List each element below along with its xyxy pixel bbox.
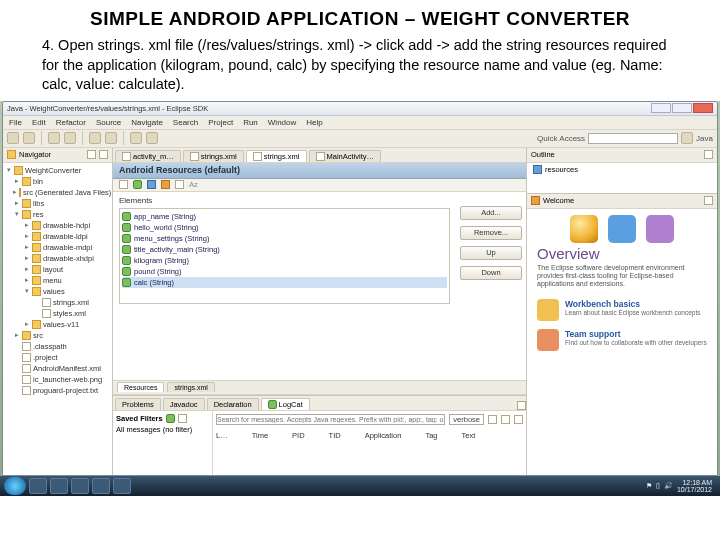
browser-icon[interactable] xyxy=(50,478,68,494)
eclipse-taskbar-icon[interactable] xyxy=(71,478,89,494)
element-item[interactable]: pound (String) xyxy=(122,266,447,277)
element-item[interactable]: title_activity_main (String) xyxy=(122,244,447,255)
tree-item[interactable]: ▸values-v11 xyxy=(5,319,110,330)
minimize-button[interactable] xyxy=(651,103,671,113)
menu-run[interactable]: Run xyxy=(243,118,258,127)
dimen-icon[interactable] xyxy=(161,180,170,189)
class-icon[interactable] xyxy=(105,132,117,144)
java-perspective-icon[interactable] xyxy=(681,132,693,144)
tree-item[interactable]: ▸libs xyxy=(5,198,110,209)
debug-icon[interactable] xyxy=(48,132,60,144)
menu-source[interactable]: Source xyxy=(96,118,121,127)
tutorials-icon[interactable] xyxy=(608,215,636,243)
logcat-tab[interactable]: LogCat xyxy=(261,398,310,410)
outline-tab[interactable]: Outline xyxy=(527,148,717,163)
scroll-lock-icon[interactable] xyxy=(501,415,510,424)
tree-item[interactable]: ▸drawable-ldpi xyxy=(5,231,110,242)
explorer-icon[interactable] xyxy=(29,478,47,494)
source-tab[interactable]: strings.xml xyxy=(167,382,214,392)
tree-item[interactable]: proguard-project.txt xyxy=(5,385,110,396)
tree-item[interactable]: ▸layout xyxy=(5,264,110,275)
editor-tab-1[interactable]: strings.xml xyxy=(183,150,244,162)
search-icon[interactable] xyxy=(130,132,142,144)
tree-item[interactable]: strings.xml xyxy=(5,297,110,308)
menu-navigate[interactable]: Navigate xyxy=(131,118,163,127)
tree-item[interactable]: ▾res xyxy=(5,209,110,220)
start-button[interactable] xyxy=(4,477,26,495)
menu-search[interactable]: Search xyxy=(173,118,198,127)
quick-access-input[interactable] xyxy=(588,133,678,144)
verbose-dropdown[interactable]: verbose xyxy=(449,414,484,425)
tree-item[interactable]: ▾values xyxy=(5,286,110,297)
menu-file[interactable]: File xyxy=(9,118,22,127)
element-item[interactable]: calc (String) xyxy=(122,277,447,288)
tree-item[interactable]: styles.xml xyxy=(5,308,110,319)
element-item[interactable]: menu_settings (String) xyxy=(122,233,447,244)
link-icon[interactable] xyxy=(87,150,96,159)
app2-icon[interactable] xyxy=(113,478,131,494)
remove-filter-icon[interactable] xyxy=(178,414,187,423)
tree-item[interactable]: ▸drawable-mdpi xyxy=(5,242,110,253)
javadoc-tab[interactable]: Javadoc xyxy=(163,398,205,410)
overview-icon[interactable] xyxy=(570,215,598,243)
tray-flag-icon[interactable]: ⚑ xyxy=(646,482,652,490)
tree-item[interactable]: .project xyxy=(5,352,110,363)
outline-menu-icon[interactable] xyxy=(704,150,713,159)
color-icon[interactable] xyxy=(147,180,156,189)
close-button[interactable] xyxy=(693,103,713,113)
logcat-search-input[interactable] xyxy=(216,414,445,425)
menu-window[interactable]: Window xyxy=(268,118,296,127)
menu-refactor[interactable]: Refactor xyxy=(56,118,86,127)
save-icon[interactable] xyxy=(23,132,35,144)
save-log-icon[interactable] xyxy=(488,415,497,424)
tree-item[interactable]: ▸drawable-hdpi xyxy=(5,220,110,231)
navigator-tree[interactable]: ▾WeightConverter▸bin▸src (Generated Java… xyxy=(3,163,112,475)
up-button[interactable]: Up xyxy=(460,246,522,260)
tree-item[interactable]: ▸src (Generated Java Files) xyxy=(5,187,110,198)
navigator-tab[interactable]: Navigator xyxy=(3,148,112,163)
declaration-tab[interactable]: Declaration xyxy=(207,398,259,410)
open-type-icon[interactable] xyxy=(146,132,158,144)
elements-list[interactable]: app_name (String)hello_world (String)men… xyxy=(119,208,450,304)
element-item[interactable]: hello_world (String) xyxy=(122,222,447,233)
menu-project[interactable]: Project xyxy=(208,118,233,127)
string-icon[interactable] xyxy=(133,180,142,189)
welcome-item-team[interactable]: Team supportFind out how to collaborate … xyxy=(527,325,717,355)
editor-tab-0[interactable]: activity_m… xyxy=(115,150,181,162)
problems-tab[interactable]: Problems xyxy=(115,398,161,410)
welcome-item-workbench[interactable]: Workbench basicsLearn about basic Eclips… xyxy=(527,295,717,325)
style-icon[interactable] xyxy=(175,180,184,189)
tree-item[interactable]: ▸drawable-xhdpi xyxy=(5,253,110,264)
min-icon[interactable] xyxy=(517,401,526,410)
new-icon[interactable] xyxy=(7,132,19,144)
tray-network-icon[interactable]: ▯ xyxy=(656,482,660,490)
down-button[interactable]: Down xyxy=(460,266,522,280)
editor-tab-2[interactable]: strings.xml xyxy=(246,150,307,162)
menu-help[interactable]: Help xyxy=(306,118,322,127)
element-item[interactable]: kilogram (String) xyxy=(122,255,447,266)
remove-button[interactable]: Remove... xyxy=(460,226,522,240)
package-icon[interactable] xyxy=(89,132,101,144)
tree-item[interactable]: .classpath xyxy=(5,341,110,352)
menu-edit[interactable]: Edit xyxy=(32,118,46,127)
maximize-button[interactable] xyxy=(672,103,692,113)
tree-item[interactable]: ▾WeightConverter xyxy=(5,165,110,176)
home-icon[interactable] xyxy=(704,196,713,205)
tree-item[interactable]: ▸bin xyxy=(5,176,110,187)
tree-item[interactable]: AndroidManifest.xml xyxy=(5,363,110,374)
res-icon[interactable] xyxy=(119,180,128,189)
element-item[interactable]: app_name (String) xyxy=(122,211,447,222)
app-icon[interactable] xyxy=(92,478,110,494)
samples-icon[interactable] xyxy=(646,215,674,243)
menu-icon[interactable] xyxy=(99,150,108,159)
all-messages-filter[interactable]: All messages (no filter) xyxy=(116,425,209,434)
run-icon[interactable] xyxy=(64,132,76,144)
welcome-tab[interactable]: Welcome xyxy=(527,194,717,209)
editor-tab-3[interactable]: MainActivity… xyxy=(309,150,382,162)
outline-item[interactable]: resources xyxy=(545,165,578,174)
add-button[interactable]: Add... xyxy=(460,206,522,220)
add-filter-icon[interactable] xyxy=(166,414,175,423)
tree-item[interactable]: ▸src xyxy=(5,330,110,341)
clear-log-icon[interactable] xyxy=(514,415,523,424)
tree-item[interactable]: ic_launcher-web.png xyxy=(5,374,110,385)
